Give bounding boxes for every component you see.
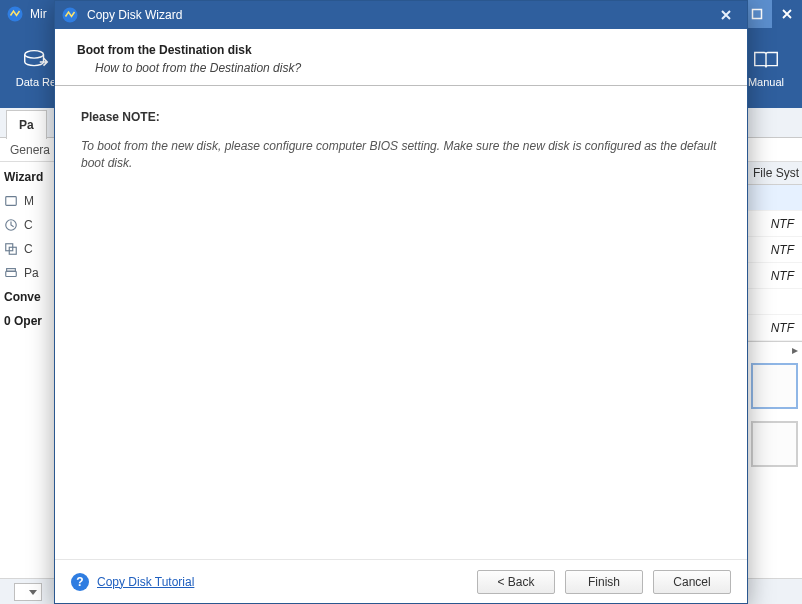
right-column: File Syst NTF NTF NTF NTF ▸ [746,162,802,604]
parent-close-button[interactable] [772,0,802,28]
dialog-header: Boot from the Destination disk How to bo… [55,29,747,86]
table-row[interactable] [747,185,802,211]
sidebar-group-wizard: Wizard [4,170,51,184]
parent-title: Mir [30,7,47,21]
tutorial-link[interactable]: Copy Disk Tutorial [97,575,194,589]
sidebar-item[interactable]: M [4,194,51,208]
sidebar-item[interactable]: Pa [4,266,51,280]
scroll-right-icon[interactable]: ▸ [747,341,802,357]
help-icon[interactable]: ? [71,573,89,591]
svg-rect-8 [7,269,16,272]
dialog-titlebar[interactable]: Copy Disk Wizard [55,1,747,29]
table-row[interactable] [747,289,802,315]
sidebar-item[interactable]: C [4,218,51,232]
table-row[interactable]: NTF [747,211,802,237]
finish-button[interactable]: Finish [565,570,643,594]
tab-partition[interactable]: Pa [6,110,47,139]
help-area: ? Copy Disk Tutorial [71,573,194,591]
page-title: Boot from the Destination disk [77,43,725,57]
sidebar: Wizard M C C Pa Conve 0 Oper [0,162,56,604]
dialog-body: Please NOTE: To boot from the new disk, … [55,86,747,559]
table-row[interactable]: NTF [747,237,802,263]
svg-rect-1 [753,10,762,19]
app-icon [6,5,24,23]
back-button[interactable]: < Back [477,570,555,594]
note-heading: Please NOTE: [81,110,721,124]
note-text: To boot from the new disk, please config… [81,138,721,173]
table-row[interactable]: NTF [747,315,802,341]
dialog-title: Copy Disk Wizard [87,8,182,22]
app-icon [61,6,79,24]
svg-rect-7 [6,271,17,276]
sidebar-group-convert: Conve [4,290,51,304]
ribbon-label: Data Re [16,76,56,88]
statusbar-dropdown[interactable] [14,583,42,601]
col-header-filesystem[interactable]: File Syst [747,162,802,185]
svg-rect-3 [6,197,17,206]
dialog-close-button[interactable] [709,1,743,29]
table-row[interactable]: NTF [747,263,802,289]
sidebar-item[interactable]: C [4,242,51,256]
disk-layout-box[interactable] [751,421,798,467]
dialog-footer: ? Copy Disk Tutorial < Back Finish Cance… [55,559,747,603]
page-subtitle: How to boot from the Destination disk? [77,61,725,75]
disk-layout-box[interactable] [751,363,798,409]
copy-disk-wizard-dialog: Copy Disk Wizard Boot from the Destinati… [54,0,748,604]
svg-point-2 [25,51,44,59]
ribbon-label: Manual [748,76,784,88]
sidebar-operations: 0 Oper [4,314,51,328]
cancel-button[interactable]: Cancel [653,570,731,594]
